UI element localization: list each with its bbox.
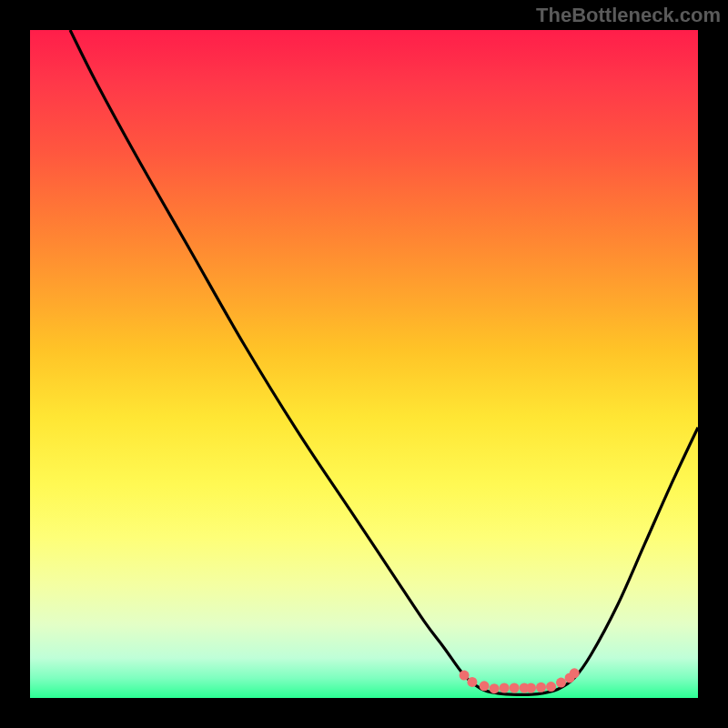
data-marker	[510, 682, 520, 693]
marker-group	[460, 668, 580, 693]
chart-overlay-svg	[30, 30, 698, 698]
curve-path	[70, 30, 698, 694]
data-marker	[546, 682, 556, 692]
data-marker	[500, 682, 510, 693]
data-marker	[480, 681, 490, 691]
data-marker	[490, 683, 500, 693]
data-marker	[526, 682, 536, 693]
chart-container: TheBottleneck.com	[0, 0, 728, 728]
data-marker	[460, 671, 470, 681]
watermark-text: TheBottleneck.com	[536, 4, 721, 27]
data-marker	[556, 678, 566, 688]
data-marker	[570, 668, 580, 678]
curve-lines	[70, 30, 698, 694]
data-marker	[536, 682, 546, 693]
data-marker	[467, 677, 477, 687]
